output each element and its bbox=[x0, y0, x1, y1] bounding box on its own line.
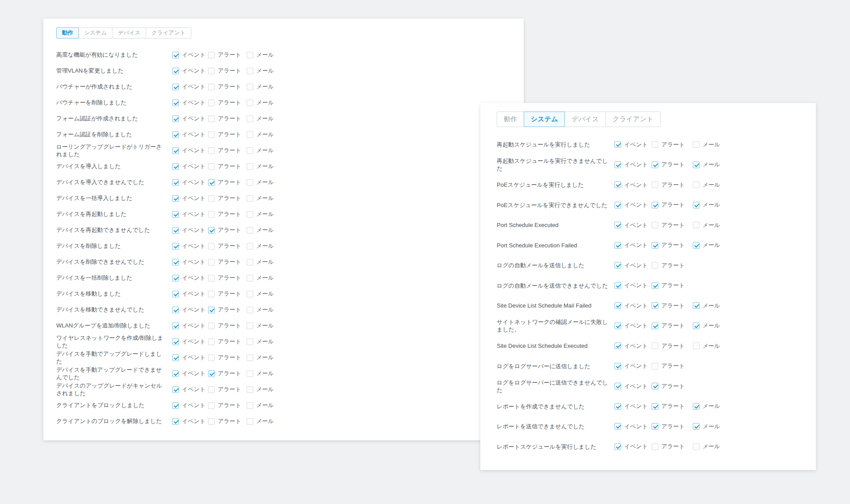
alert-checkbox[interactable] bbox=[208, 115, 215, 122]
alert-checkbox-item[interactable]: アラート bbox=[208, 115, 247, 123]
event-checkbox[interactable] bbox=[614, 302, 621, 309]
alert-checkbox-item[interactable]: アラート bbox=[208, 162, 247, 170]
event-checkbox[interactable] bbox=[614, 181, 621, 188]
alert-checkbox-item[interactable]: アラート bbox=[652, 141, 693, 149]
alert-checkbox[interactable] bbox=[652, 162, 658, 168]
event-checkbox-item[interactable]: イベント bbox=[614, 281, 652, 289]
event-checkbox[interactable] bbox=[614, 141, 621, 148]
alert-checkbox[interactable] bbox=[208, 339, 215, 345]
event-checkbox[interactable] bbox=[172, 195, 179, 202]
tab-client[interactable]: クライアント bbox=[146, 27, 191, 38]
event-checkbox-item[interactable]: イベント bbox=[172, 115, 208, 123]
event-checkbox[interactable] bbox=[172, 386, 179, 393]
mail-checkbox-item[interactable]: メール bbox=[247, 178, 274, 186]
alert-checkbox[interactable] bbox=[652, 342, 658, 349]
mail-checkbox[interactable] bbox=[247, 131, 253, 138]
mail-checkbox[interactable] bbox=[247, 370, 253, 377]
mail-checkbox[interactable] bbox=[247, 386, 253, 393]
mail-checkbox-item[interactable]: メール bbox=[247, 162, 274, 170]
event-checkbox-item[interactable]: イベント bbox=[172, 417, 208, 425]
mail-checkbox[interactable] bbox=[247, 84, 253, 90]
event-checkbox[interactable] bbox=[172, 402, 179, 409]
alert-checkbox[interactable] bbox=[208, 354, 215, 361]
event-checkbox[interactable] bbox=[172, 354, 179, 361]
mail-checkbox[interactable] bbox=[693, 403, 699, 410]
mail-checkbox-item[interactable]: メール bbox=[247, 322, 274, 330]
alert-checkbox-item[interactable]: アラート bbox=[652, 241, 693, 249]
mail-checkbox[interactable] bbox=[247, 323, 253, 329]
mail-checkbox-item[interactable]: メール bbox=[247, 242, 274, 250]
mail-checkbox[interactable] bbox=[693, 202, 699, 208]
event-checkbox-item[interactable]: イベント bbox=[614, 201, 652, 209]
event-checkbox-item[interactable]: イベント bbox=[172, 194, 208, 202]
alert-checkbox-item[interactable]: アラート bbox=[208, 51, 247, 59]
event-checkbox-item[interactable]: イベント bbox=[614, 423, 652, 431]
event-checkbox-item[interactable]: イベント bbox=[614, 302, 652, 310]
event-checkbox-item[interactable]: イベント bbox=[172, 83, 208, 91]
event-checkbox-item[interactable]: イベント bbox=[172, 178, 208, 186]
event-checkbox-item[interactable]: イベント bbox=[172, 226, 208, 234]
alert-checkbox[interactable] bbox=[208, 227, 215, 234]
mail-checkbox-item[interactable]: メール bbox=[247, 338, 274, 346]
mail-checkbox[interactable] bbox=[693, 423, 699, 430]
event-checkbox[interactable] bbox=[172, 259, 179, 265]
event-checkbox[interactable] bbox=[172, 179, 179, 186]
mail-checkbox[interactable] bbox=[247, 275, 253, 281]
event-checkbox[interactable] bbox=[614, 162, 621, 168]
tab-system[interactable]: システム bbox=[524, 112, 565, 127]
event-checkbox-item[interactable]: イベント bbox=[614, 362, 652, 370]
mail-checkbox[interactable] bbox=[247, 243, 253, 250]
mail-checkbox[interactable] bbox=[247, 354, 253, 361]
alert-checkbox-item[interactable]: アラート bbox=[652, 402, 693, 410]
mail-checkbox-item[interactable]: メール bbox=[693, 161, 720, 169]
alert-checkbox-item[interactable]: アラート bbox=[208, 99, 247, 107]
alert-checkbox[interactable] bbox=[652, 443, 658, 450]
event-checkbox-item[interactable]: イベント bbox=[614, 241, 652, 249]
event-checkbox-item[interactable]: イベント bbox=[172, 242, 208, 250]
alert-checkbox[interactable] bbox=[652, 423, 658, 430]
alert-checkbox[interactable] bbox=[652, 222, 658, 228]
alert-checkbox-item[interactable]: アラート bbox=[652, 362, 693, 370]
event-checkbox[interactable] bbox=[172, 275, 179, 281]
alert-checkbox[interactable] bbox=[208, 275, 215, 281]
alert-checkbox-item[interactable]: アラート bbox=[208, 306, 247, 314]
event-checkbox[interactable] bbox=[614, 222, 621, 228]
mail-checkbox-item[interactable]: メール bbox=[247, 258, 274, 266]
alert-checkbox[interactable] bbox=[652, 403, 658, 410]
alert-checkbox-item[interactable]: アラート bbox=[208, 417, 247, 425]
event-checkbox-item[interactable]: イベント bbox=[614, 442, 652, 450]
event-checkbox-item[interactable]: イベント bbox=[172, 322, 208, 330]
alert-checkbox[interactable] bbox=[208, 147, 215, 154]
mail-checkbox-item[interactable]: メール bbox=[247, 51, 274, 59]
tab-client[interactable]: クライアント bbox=[606, 112, 661, 127]
mail-checkbox[interactable] bbox=[247, 307, 253, 313]
event-checkbox-item[interactable]: イベント bbox=[172, 51, 208, 59]
event-checkbox[interactable] bbox=[172, 291, 179, 297]
event-checkbox[interactable] bbox=[614, 342, 621, 349]
event-checkbox[interactable] bbox=[614, 363, 621, 369]
alert-checkbox-item[interactable]: アラート bbox=[208, 290, 247, 298]
event-checkbox[interactable] bbox=[614, 443, 621, 450]
mail-checkbox[interactable] bbox=[693, 222, 699, 228]
mail-checkbox-item[interactable]: メール bbox=[247, 354, 274, 362]
event-checkbox-item[interactable]: イベント bbox=[614, 262, 652, 269]
mail-checkbox-item[interactable]: メール bbox=[693, 442, 720, 450]
mail-checkbox[interactable] bbox=[693, 162, 699, 168]
event-checkbox[interactable] bbox=[172, 323, 179, 329]
event-checkbox-item[interactable]: イベント bbox=[614, 322, 652, 330]
mail-checkbox-item[interactable]: メール bbox=[693, 402, 720, 410]
mail-checkbox-item[interactable]: メール bbox=[247, 146, 274, 154]
event-checkbox-item[interactable]: イベント bbox=[614, 402, 652, 410]
alert-checkbox[interactable] bbox=[208, 163, 215, 170]
mail-checkbox[interactable] bbox=[247, 100, 253, 106]
event-checkbox[interactable] bbox=[614, 242, 621, 249]
alert-checkbox-item[interactable]: アラート bbox=[652, 181, 693, 189]
event-checkbox-item[interactable]: イベント bbox=[172, 338, 208, 346]
alert-checkbox-item[interactable]: アラート bbox=[652, 382, 693, 390]
alert-checkbox[interactable] bbox=[208, 291, 215, 297]
mail-checkbox-item[interactable]: メール bbox=[693, 423, 720, 431]
mail-checkbox-item[interactable]: メール bbox=[247, 83, 274, 91]
alert-checkbox-item[interactable]: アラート bbox=[652, 442, 693, 450]
alert-checkbox-item[interactable]: アラート bbox=[652, 221, 693, 229]
alert-checkbox[interactable] bbox=[208, 418, 215, 425]
